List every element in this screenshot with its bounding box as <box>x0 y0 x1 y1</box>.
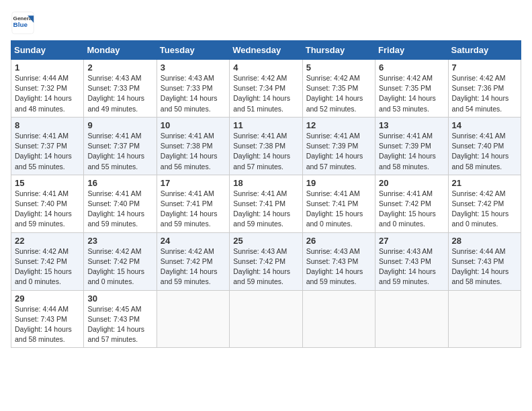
day-info: Sunrise: 4:41 AM Sunset: 7:41 PM Dayligh… <box>233 189 298 230</box>
day-number: 22 <box>15 236 80 246</box>
calendar-cell: 18Sunrise: 4:41 AM Sunset: 7:41 PM Dayli… <box>230 175 302 232</box>
day-info: Sunrise: 4:41 AM Sunset: 7:37 PM Dayligh… <box>87 131 152 172</box>
weekday-tuesday: Tuesday <box>157 41 229 60</box>
day-info: Sunrise: 4:42 AM Sunset: 7:35 PM Dayligh… <box>306 73 371 114</box>
day-number: 24 <box>161 236 226 246</box>
day-info: Sunrise: 4:44 AM Sunset: 7:32 PM Dayligh… <box>15 73 80 114</box>
day-info: Sunrise: 4:43 AM Sunset: 7:43 PM Dayligh… <box>306 246 371 287</box>
svg-text:Blue: Blue <box>13 21 28 28</box>
day-info: Sunrise: 4:42 AM Sunset: 7:42 PM Dayligh… <box>15 246 80 287</box>
day-number: 17 <box>161 178 226 188</box>
day-info: Sunrise: 4:45 AM Sunset: 7:43 PM Dayligh… <box>87 304 152 345</box>
day-number: 3 <box>161 62 226 73</box>
day-number: 30 <box>87 293 152 304</box>
calendar-cell: 25Sunrise: 4:43 AM Sunset: 7:42 PM Dayli… <box>230 232 302 290</box>
day-number: 16 <box>87 178 152 188</box>
day-number: 11 <box>233 120 298 130</box>
day-info: Sunrise: 4:44 AM Sunset: 7:43 PM Dayligh… <box>15 304 80 345</box>
day-number: 15 <box>15 178 80 188</box>
day-number: 18 <box>233 178 298 188</box>
weekday-friday: Friday <box>375 41 448 60</box>
page-header: General Blue <box>11 11 521 35</box>
calendar-week-2: 8Sunrise: 4:41 AM Sunset: 7:37 PM Daylig… <box>11 117 521 175</box>
calendar-week-3: 15Sunrise: 4:41 AM Sunset: 7:40 PM Dayli… <box>11 175 521 232</box>
calendar-cell: 13Sunrise: 4:41 AM Sunset: 7:39 PM Dayli… <box>375 117 448 175</box>
day-info: Sunrise: 4:43 AM Sunset: 7:33 PM Dayligh… <box>161 73 226 114</box>
calendar-cell: 22Sunrise: 4:42 AM Sunset: 7:42 PM Dayli… <box>11 232 84 290</box>
calendar-cell: 21Sunrise: 4:42 AM Sunset: 7:42 PM Dayli… <box>448 175 521 232</box>
weekday-header-row: SundayMondayTuesdayWednesdayThursdayFrid… <box>11 41 521 60</box>
calendar-cell: 23Sunrise: 4:42 AM Sunset: 7:42 PM Dayli… <box>84 232 157 290</box>
weekday-thursday: Thursday <box>302 41 375 60</box>
weekday-saturday: Saturday <box>448 41 521 60</box>
calendar-cell: 24Sunrise: 4:42 AM Sunset: 7:42 PM Dayli… <box>157 232 229 290</box>
day-number: 4 <box>233 62 298 73</box>
calendar-cell: 30Sunrise: 4:45 AM Sunset: 7:43 PM Dayli… <box>84 290 157 348</box>
weekday-monday: Monday <box>84 41 157 60</box>
calendar-cell: 1Sunrise: 4:44 AM Sunset: 7:32 PM Daylig… <box>11 60 84 118</box>
calendar-cell: 15Sunrise: 4:41 AM Sunset: 7:40 PM Dayli… <box>11 175 84 232</box>
day-info: Sunrise: 4:43 AM Sunset: 7:42 PM Dayligh… <box>233 246 298 287</box>
calendar-cell: 11Sunrise: 4:41 AM Sunset: 7:38 PM Dayli… <box>230 117 302 175</box>
day-info: Sunrise: 4:41 AM Sunset: 7:42 PM Dayligh… <box>379 189 444 230</box>
day-info: Sunrise: 4:41 AM Sunset: 7:38 PM Dayligh… <box>161 131 226 172</box>
calendar-week-5: 29Sunrise: 4:44 AM Sunset: 7:43 PM Dayli… <box>11 290 521 348</box>
day-info: Sunrise: 4:42 AM Sunset: 7:42 PM Dayligh… <box>452 189 517 230</box>
day-info: Sunrise: 4:42 AM Sunset: 7:35 PM Dayligh… <box>379 73 444 114</box>
day-info: Sunrise: 4:41 AM Sunset: 7:39 PM Dayligh… <box>306 131 371 172</box>
calendar-cell: 16Sunrise: 4:41 AM Sunset: 7:40 PM Dayli… <box>84 175 157 232</box>
day-info: Sunrise: 4:41 AM Sunset: 7:41 PM Dayligh… <box>161 189 226 230</box>
calendar-week-1: 1Sunrise: 4:44 AM Sunset: 7:32 PM Daylig… <box>11 60 521 118</box>
day-info: Sunrise: 4:41 AM Sunset: 7:41 PM Dayligh… <box>306 189 371 230</box>
calendar-cell: 8Sunrise: 4:41 AM Sunset: 7:37 PM Daylig… <box>11 117 84 175</box>
calendar-cell: 20Sunrise: 4:41 AM Sunset: 7:42 PM Dayli… <box>375 175 448 232</box>
day-number: 2 <box>87 62 152 73</box>
calendar-week-4: 22Sunrise: 4:42 AM Sunset: 7:42 PM Dayli… <box>11 232 521 290</box>
calendar-cell: 3Sunrise: 4:43 AM Sunset: 7:33 PM Daylig… <box>157 60 229 118</box>
day-info: Sunrise: 4:43 AM Sunset: 7:43 PM Dayligh… <box>379 246 444 287</box>
logo: General Blue <box>11 11 35 35</box>
day-number: 25 <box>233 236 298 246</box>
day-info: Sunrise: 4:41 AM Sunset: 7:38 PM Dayligh… <box>233 131 298 172</box>
day-info: Sunrise: 4:41 AM Sunset: 7:37 PM Dayligh… <box>15 131 80 172</box>
day-info: Sunrise: 4:42 AM Sunset: 7:36 PM Dayligh… <box>452 73 517 114</box>
calendar-cell: 5Sunrise: 4:42 AM Sunset: 7:35 PM Daylig… <box>302 60 375 118</box>
calendar-cell <box>230 290 302 348</box>
calendar-cell: 7Sunrise: 4:42 AM Sunset: 7:36 PM Daylig… <box>448 60 521 118</box>
calendar-cell <box>375 290 448 348</box>
day-number: 13 <box>379 120 444 130</box>
day-info: Sunrise: 4:41 AM Sunset: 7:40 PM Dayligh… <box>15 189 80 230</box>
calendar-cell: 6Sunrise: 4:42 AM Sunset: 7:35 PM Daylig… <box>375 60 448 118</box>
day-info: Sunrise: 4:41 AM Sunset: 7:39 PM Dayligh… <box>379 131 444 172</box>
calendar-table: SundayMondayTuesdayWednesdayThursdayFrid… <box>11 40 521 348</box>
logo-icon: General Blue <box>11 11 35 35</box>
calendar-cell <box>448 290 521 348</box>
calendar-cell: 27Sunrise: 4:43 AM Sunset: 7:43 PM Dayli… <box>375 232 448 290</box>
calendar-cell: 17Sunrise: 4:41 AM Sunset: 7:41 PM Dayli… <box>157 175 229 232</box>
calendar-cell: 9Sunrise: 4:41 AM Sunset: 7:37 PM Daylig… <box>84 117 157 175</box>
day-number: 8 <box>15 120 80 130</box>
calendar-cell: 28Sunrise: 4:44 AM Sunset: 7:43 PM Dayli… <box>448 232 521 290</box>
calendar-body: 1Sunrise: 4:44 AM Sunset: 7:32 PM Daylig… <box>11 60 521 348</box>
calendar-cell <box>157 290 229 348</box>
day-number: 6 <box>379 62 444 73</box>
calendar-cell: 14Sunrise: 4:41 AM Sunset: 7:40 PM Dayli… <box>448 117 521 175</box>
day-number: 7 <box>452 62 517 73</box>
calendar-cell: 29Sunrise: 4:44 AM Sunset: 7:43 PM Dayli… <box>11 290 84 348</box>
day-number: 20 <box>379 178 444 188</box>
day-number: 1 <box>15 62 80 73</box>
day-info: Sunrise: 4:44 AM Sunset: 7:43 PM Dayligh… <box>452 246 517 287</box>
day-number: 9 <box>87 120 152 130</box>
weekday-wednesday: Wednesday <box>230 41 302 60</box>
day-number: 12 <box>306 120 371 130</box>
day-info: Sunrise: 4:41 AM Sunset: 7:40 PM Dayligh… <box>87 189 152 230</box>
day-info: Sunrise: 4:42 AM Sunset: 7:42 PM Dayligh… <box>87 246 152 287</box>
day-number: 28 <box>452 236 517 246</box>
calendar-cell: 19Sunrise: 4:41 AM Sunset: 7:41 PM Dayli… <box>302 175 375 232</box>
day-info: Sunrise: 4:42 AM Sunset: 7:42 PM Dayligh… <box>161 246 226 287</box>
calendar-cell: 4Sunrise: 4:42 AM Sunset: 7:34 PM Daylig… <box>230 60 302 118</box>
day-info: Sunrise: 4:41 AM Sunset: 7:40 PM Dayligh… <box>452 131 517 172</box>
day-number: 19 <box>306 178 371 188</box>
calendar-cell: 12Sunrise: 4:41 AM Sunset: 7:39 PM Dayli… <box>302 117 375 175</box>
calendar-cell <box>302 290 375 348</box>
